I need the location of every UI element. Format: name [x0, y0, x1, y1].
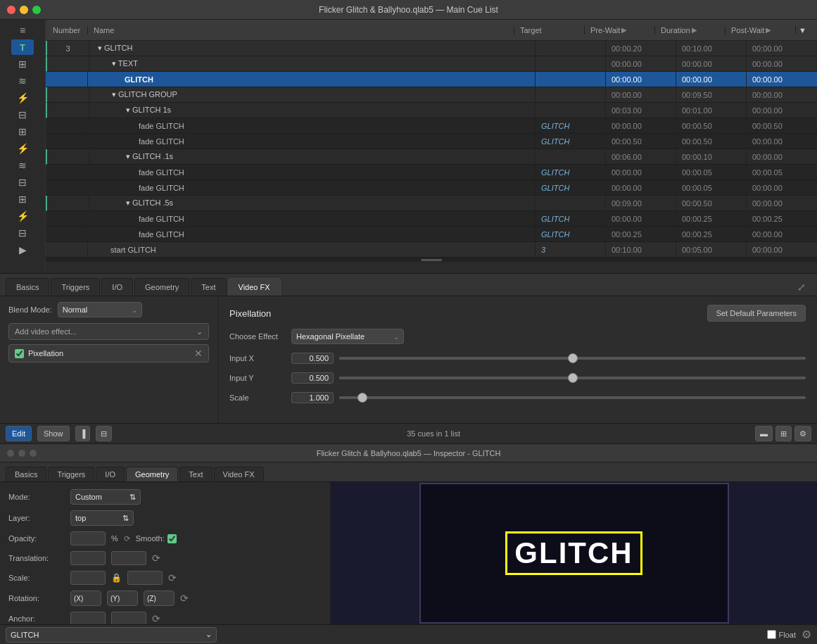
translation-reset-icon[interactable]: ⟳ [152, 553, 160, 564]
inspector-settings-icon[interactable]: ⚙ [802, 628, 811, 641]
tab-videofx-inspector[interactable]: Video FX [214, 467, 264, 481]
sidebar-icon-13[interactable]: ⊟ [11, 225, 34, 241]
add-effect-dropdown[interactable]: Add video effect... ⌄ [8, 323, 209, 340]
tab-io-upper[interactable]: I/O [101, 278, 133, 296]
table-row[interactable]: ▾ TEXT 00:00.00 00:00.00 00:00.00 [46, 56, 817, 72]
table-row[interactable]: fade GLITCH GLITCH 00:00.00 00:00.50 00:… [46, 118, 817, 134]
tab-basics-inspector[interactable]: Basics [6, 467, 46, 481]
effect-item-pixellation[interactable]: Pixellation ✕ [8, 344, 209, 362]
insp-close[interactable] [7, 450, 14, 457]
external-window-icon[interactable]: ⤢ [792, 279, 811, 296]
sidebar-icon-7[interactable]: ⊞ [11, 124, 34, 139]
input-x-slider[interactable] [339, 357, 806, 360]
scale-reset-icon[interactable]: ⟳ [168, 572, 177, 583]
sidebar-icon-5[interactable]: ⚡ [11, 90, 34, 106]
sidebar-icon-12[interactable]: ⚡ [11, 208, 34, 224]
table-row[interactable]: 3 ▾ GLITCH 00:00.20 00:10.00 00:00.00 [46, 41, 817, 56]
sidebar-icon-text[interactable]: T [11, 39, 34, 55]
table-row[interactable]: ▾ GLITCH 1s 00:03.00 00:01.00 00:00.00 [46, 103, 817, 118]
edit-button[interactable]: Edit [6, 426, 32, 441]
translation-label: Translation: [8, 554, 65, 562]
choose-effect-row: Choose Effect Hexagonal Pixellate ⌄ [229, 327, 806, 346]
rotation-x-btn[interactable]: (X) [70, 591, 101, 606]
sidebar-icon-14[interactable]: ▶ [11, 242, 34, 258]
mode-select[interactable]: Custom ⇅ [70, 489, 141, 505]
table-row[interactable]: fade GLITCH GLITCH 00:00.00 00:00.05 00:… [46, 165, 817, 180]
translation-x-input[interactable]: 0 [70, 551, 106, 565]
show-button[interactable]: Show [37, 426, 70, 441]
tab-basics-upper[interactable]: Basics [6, 278, 49, 296]
table-row[interactable]: ▾ GLITCH .1s 00:06.00 00:00.10 00:00.00 [46, 149, 817, 165]
tab-triggers-upper[interactable]: Triggers [51, 278, 100, 296]
input-x-value[interactable]: 0.500 [291, 353, 334, 364]
opacity-cycle-icon[interactable]: ⟳ [124, 534, 130, 543]
table-row[interactable]: start GLITCH 3 00:10.00 00:05.00 00:00.0… [46, 242, 817, 258]
tab-text-inspector[interactable]: Text [179, 467, 212, 481]
settings-icon[interactable]: ⚙ [794, 426, 811, 441]
tab-triggers-inspector[interactable]: Triggers [48, 467, 94, 481]
float-option: Float [767, 630, 796, 639]
translation-y-input[interactable]: 0 [111, 551, 146, 565]
collapse-panels-icon[interactable]: ▬ [755, 426, 773, 441]
effect-remove-icon[interactable]: ✕ [194, 348, 203, 359]
table-row[interactable]: fade GLITCH GLITCH 00:00.00 00:00.05 00:… [46, 180, 817, 196]
tab-io-inspector[interactable]: I/O [96, 467, 125, 481]
scale-x-input[interactable]: 1 [70, 571, 106, 585]
rotation-y-btn[interactable]: (Y) [107, 591, 138, 606]
anchor-row: Anchor: 0 0 ⟳ [8, 612, 322, 624]
scale-y-input[interactable]: 1 [127, 571, 163, 585]
minimize-button[interactable] [20, 6, 28, 14]
list-view-single[interactable]: ▐ [75, 426, 91, 441]
anchor-x-input[interactable]: 0 [70, 612, 106, 624]
sidebar-icon-11[interactable]: ⊞ [11, 191, 34, 207]
sidebar-icon-8[interactable]: ⚡ [11, 141, 34, 156]
table-row[interactable]: fade GLITCH GLITCH 00:00.50 00:00.50 00:… [46, 134, 817, 149]
rotation-z-btn[interactable]: (Z) [144, 591, 175, 606]
input-y-value[interactable]: 0.500 [291, 372, 334, 384]
layer-select[interactable]: top ⇅ [70, 510, 134, 526]
scale-value[interactable]: 1.000 [291, 392, 334, 403]
sidebar-icon-3[interactable]: ⊞ [11, 56, 34, 72]
tab-videofx-upper[interactable]: Video FX [228, 278, 281, 296]
blend-mode-select[interactable]: Normal ⌄ [58, 302, 142, 317]
table-row[interactable]: ▾ GLITCH GROUP 00:00.00 00:09.50 00:00.0… [46, 87, 817, 103]
anchor-y-input[interactable]: 0 [111, 612, 146, 624]
resize-handle[interactable] [46, 258, 817, 262]
float-checkbox[interactable] [767, 630, 776, 639]
blend-mode-label: Blend Mode: [8, 305, 52, 314]
choose-effect-select[interactable]: Hexagonal Pixellate ⌄ [291, 329, 404, 344]
scale-slider[interactable] [339, 396, 806, 399]
table-row[interactable]: ▾ GLITCH .5s 00:09.00 00:00.50 00:00.00 [46, 196, 817, 211]
tab-text-upper[interactable]: Text [191, 278, 226, 296]
table-row[interactable]: fade GLITCH GLITCH 00:00.25 00:00.25 00:… [46, 227, 817, 242]
insp-max[interactable] [30, 450, 37, 457]
blend-mode-arrow: ⌄ [132, 306, 137, 314]
list-view-split[interactable]: ⊟ [96, 426, 112, 441]
close-button[interactable] [7, 6, 15, 14]
rotation-reset-icon[interactable]: ⟳ [180, 593, 189, 604]
sidebar-icon-4[interactable]: ≋ [11, 73, 34, 89]
sidebar-icon-1[interactable]: ≡ [11, 23, 34, 38]
opacity-input[interactable]: 100 [70, 531, 106, 545]
sidebar-icon-6[interactable]: ⊟ [11, 107, 34, 122]
maximize-button[interactable] [32, 6, 41, 14]
scale-lock-icon[interactable]: 🔒 [111, 573, 122, 583]
status-right-actions: ▬ ⊞ ⚙ [755, 426, 811, 441]
sidebar-icon-9[interactable]: ≋ [11, 158, 34, 173]
table-row[interactable]: fade GLITCH GLITCH 00:00.00 00:00.25 00:… [46, 211, 817, 227]
smooth-checkbox[interactable] [167, 534, 177, 543]
set-default-btn[interactable]: Set Default Parameters [707, 305, 806, 322]
table-row[interactable]: GLITCH 00:00.00 00:00.00 00:00.00 [46, 72, 817, 87]
effect-checkbox-pixellation[interactable] [15, 349, 24, 358]
insp-min[interactable] [18, 450, 25, 457]
tab-geometry-upper[interactable]: Geometry [134, 278, 189, 296]
input-y-slider[interactable] [339, 377, 806, 379]
col-header-postwait: Post-Wait ▶ [726, 26, 796, 34]
anchor-reset-icon[interactable]: ⟳ [152, 613, 160, 624]
scale-row: Scale 1.000 [229, 391, 806, 405]
cue-selector[interactable]: GLITCH ⌄ [6, 627, 217, 643]
split-view-icon[interactable]: ⊞ [775, 426, 792, 441]
sidebar-icon-10[interactable]: ⊟ [11, 175, 34, 190]
tab-geometry-inspector[interactable]: Geometry [126, 467, 178, 481]
col-header-duration: Duration ▶ [655, 26, 726, 34]
